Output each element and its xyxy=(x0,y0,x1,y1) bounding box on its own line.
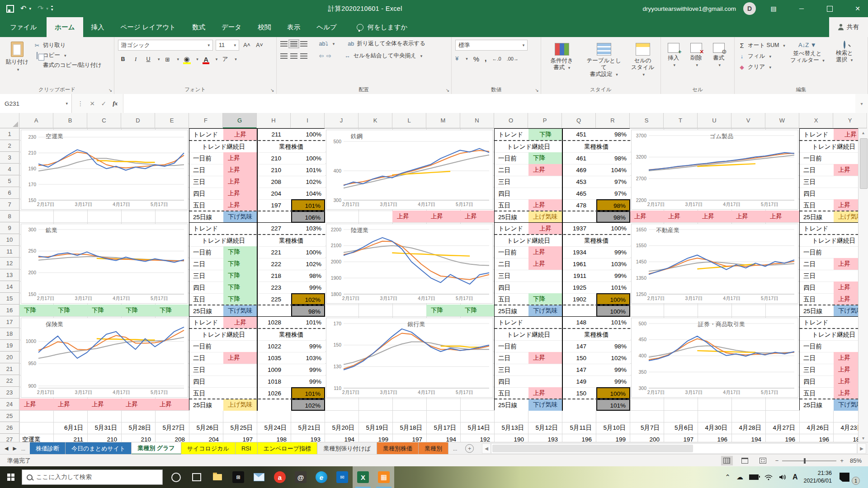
column-header-H[interactable]: H xyxy=(257,113,291,128)
cell-G1[interactable]: 上昇 xyxy=(223,129,257,141)
column-header-X[interactable]: X xyxy=(799,113,833,128)
page-break-view-icon[interactable] xyxy=(757,456,769,465)
cell-G11[interactable]: 下降 xyxy=(223,246,257,258)
cell-I20[interactable]: 103% xyxy=(291,352,325,364)
ribbon-tab-表示[interactable]: 表示 xyxy=(279,17,308,37)
tab-file[interactable]: ファイル xyxy=(0,17,47,37)
cell-I19[interactable]: 99% xyxy=(291,340,325,352)
redo-dropdown-icon[interactable]: ▾ xyxy=(46,6,48,11)
cell-H16[interactable] xyxy=(257,305,291,317)
cell-E27[interactable]: 208 xyxy=(155,434,189,442)
cell-G13[interactable]: 下降 xyxy=(223,270,257,282)
column-header-W[interactable]: W xyxy=(765,113,799,128)
cell-A16[interactable]: 下降 xyxy=(19,305,53,316)
cell-Q9[interactable]: 1937 xyxy=(562,223,596,235)
cell-O6[interactable]: 四日 xyxy=(495,188,528,199)
increase-decimal-icon[interactable]: ←.0 xyxy=(492,56,501,61)
row-header-4[interactable]: 4 xyxy=(0,164,19,175)
insert-cells-button[interactable]: + 挿入▾ xyxy=(665,41,683,68)
row-header-25[interactable]: 25 xyxy=(0,410,19,422)
row-header-6[interactable]: 6 xyxy=(0,187,19,199)
sheet-tab-RSI[interactable]: RSI xyxy=(236,442,258,455)
cell-Q12[interactable]: 1961 xyxy=(562,258,596,270)
row-header-5[interactable]: 5 xyxy=(0,175,19,187)
cell-Q11[interactable]: 1934 xyxy=(562,246,596,258)
zoom-in-icon[interactable]: + xyxy=(840,457,844,464)
row-header-19[interactable]: 19 xyxy=(0,340,19,352)
font-color-icon[interactable]: A xyxy=(201,54,211,65)
cell-O2[interactable]: トレンド継続日 xyxy=(495,141,562,152)
cell-G14[interactable]: 下降 xyxy=(223,282,257,293)
qat-customize-icon[interactable]: ▾ xyxy=(51,6,53,12)
format-cells-button[interactable]: ⚙ 書式▾ xyxy=(710,41,728,68)
cell-X13[interactable]: 三日 xyxy=(800,270,834,282)
cell-B24[interactable]: 上昇 xyxy=(53,399,87,410)
sheet-tab-サイコロジカル[interactable]: サイコロジカル xyxy=(181,442,236,455)
cell-I22[interactable]: 99% xyxy=(291,375,325,387)
increase-indent-icon[interactable]: ⇨ xyxy=(326,52,331,59)
ribbon-tab-数式[interactable]: 数式 xyxy=(184,17,213,37)
merge-center-button[interactable]: ↔セルを結合して中央揃え▾ xyxy=(344,52,422,60)
row-header-11[interactable]: 11 xyxy=(0,246,19,258)
cell-G16[interactable]: 下げ気味 xyxy=(223,305,257,317)
microsoft-store-icon[interactable]: ⊞ xyxy=(228,466,249,488)
cell-P23[interactable]: 上昇 xyxy=(528,387,562,399)
cell-Q4[interactable]: 469 xyxy=(562,164,596,176)
cell-O17[interactable]: トレンド xyxy=(495,317,528,328)
cell-H11[interactable]: 221 xyxy=(257,246,291,258)
cell-O3[interactable]: 一日前 xyxy=(495,152,528,164)
chart-空運業[interactable]: 2302101901701502月17日3月17日4月17日5月17日空運業 xyxy=(21,130,188,210)
cell-H23[interactable]: 1026 xyxy=(257,387,291,399)
cell-R14[interactable]: 101% xyxy=(596,282,630,293)
cell-X17[interactable]: トレンド xyxy=(800,317,834,328)
cell-F19[interactable]: 一日前 xyxy=(189,340,223,352)
formula-input[interactable] xyxy=(123,94,855,113)
cell-J27[interactable]: 194 xyxy=(325,434,359,442)
cell-F12[interactable]: 二日 xyxy=(189,258,223,270)
cell-X11[interactable]: 一日前 xyxy=(800,246,834,258)
cell-X18[interactable]: トレンド継続日 xyxy=(800,328,868,340)
cell-O1[interactable]: トレンド xyxy=(495,129,528,141)
decrease-decimal-icon[interactable]: .00→ xyxy=(507,56,519,61)
cell-B16[interactable]: 下降 xyxy=(53,305,87,316)
cell-Q24[interactable] xyxy=(562,399,596,411)
cell-C16[interactable]: 下降 xyxy=(87,305,121,316)
hscroll-right-icon[interactable]: ▶ xyxy=(857,443,866,454)
cell-R3[interactable]: 98% xyxy=(596,152,630,164)
cell-X22[interactable]: 四日 xyxy=(800,375,834,387)
row-header-17[interactable]: 17 xyxy=(0,316,19,328)
zoom-out-icon[interactable]: − xyxy=(775,457,779,464)
cell-X5[interactable]: 三日 xyxy=(800,176,834,188)
ribbon-display-options-icon[interactable]: ▤ xyxy=(763,0,784,17)
tabs-overflow-left[interactable]: ... xyxy=(21,446,25,451)
cell-I24[interactable]: 102% xyxy=(291,399,325,411)
chart-鉄鋼[interactable]: 5004003002月17日3月17日4月17日5月17日鉄鋼 xyxy=(326,130,493,210)
cell-Q18[interactable]: 業種株価 xyxy=(562,328,630,340)
hscroll-track[interactable] xyxy=(491,443,857,454)
column-header-U[interactable]: U xyxy=(698,113,731,128)
column-header-N[interactable]: N xyxy=(460,113,494,128)
bold-button[interactable]: B xyxy=(118,54,128,65)
tabs-scroll-left-icon[interactable]: ◀ xyxy=(5,446,8,451)
column-header-B[interactable]: B xyxy=(53,113,87,128)
cell-T26[interactable]: 5月6日 xyxy=(664,422,698,434)
cell-R8[interactable]: 98% xyxy=(596,211,630,223)
cell-Q16[interactable] xyxy=(562,305,596,317)
ribbon-tab-挿入[interactable]: 挿入 xyxy=(83,17,113,37)
cell-H17[interactable]: 1028 xyxy=(257,317,291,328)
clipboard-dialog-launcher[interactable]: ↘ xyxy=(108,88,112,93)
cell-H26[interactable]: 5月24日 xyxy=(257,422,291,434)
red-app-icon[interactable]: a xyxy=(269,466,290,488)
cell-P15[interactable]: 下降 xyxy=(528,293,562,305)
cell-P20[interactable]: 上昇 xyxy=(528,352,562,364)
cell-H10[interactable]: 業種株価 xyxy=(257,235,325,246)
cell-H1[interactable]: 211 xyxy=(257,129,291,141)
cell-F16[interactable]: 25日線 xyxy=(189,305,223,317)
cell-I6[interactable]: 104% xyxy=(291,188,325,199)
at-app-icon[interactable]: @ xyxy=(290,466,311,488)
vertical-scrollbar[interactable]: ▴▾ xyxy=(858,128,868,442)
phonetic-guide-icon[interactable]: ア xyxy=(220,54,230,65)
cell-O7[interactable]: 五日 xyxy=(495,199,528,211)
cell-I16[interactable]: 98% xyxy=(291,305,325,317)
ribbon-tab-校閲[interactable]: 校閲 xyxy=(250,17,279,37)
